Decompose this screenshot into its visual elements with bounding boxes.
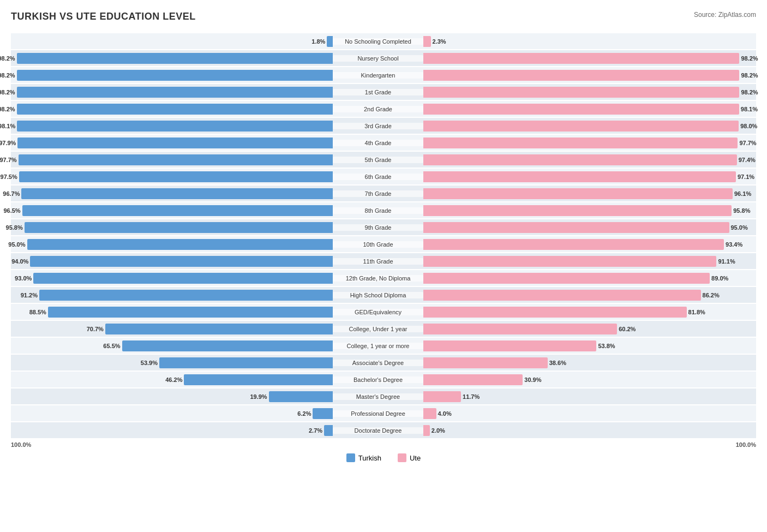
- source-label: Source: ZipAtlas.com: [694, 11, 756, 19]
- chart-title: TURKISH VS UTE EDUCATION LEVEL: [11, 11, 196, 22]
- pink-bar: [423, 138, 738, 148]
- blue-bar: [48, 307, 333, 318]
- table-row: 65.5%College, 1 year or more53.8%: [11, 338, 756, 354]
- blue-bar: [159, 357, 333, 368]
- right-half: 98.2%: [423, 50, 745, 66]
- left-value-label: 1.8%: [311, 38, 325, 45]
- right-half: 98.2%: [423, 84, 745, 100]
- left-value-label: 70.7%: [87, 326, 104, 332]
- center-label: Kindergarten: [333, 72, 423, 79]
- pink-bar: [423, 104, 739, 115]
- chart-container: TURKISH VS UTE EDUCATION LEVEL Source: Z…: [11, 11, 756, 462]
- center-label: GED/Equivalency: [333, 309, 423, 315]
- right-half: 89.0%: [423, 270, 745, 286]
- turkish-color-box: [346, 453, 355, 462]
- right-half: 98.2%: [423, 67, 745, 83]
- right-half: 97.7%: [423, 135, 745, 151]
- left-half: 65.5%: [11, 338, 333, 354]
- table-row: 98.2%1st Grade98.2%: [11, 84, 756, 100]
- right-value-label: 2.0%: [432, 427, 445, 434]
- left-half: 98.2%: [11, 50, 333, 66]
- left-value-label: 98.1%: [0, 123, 15, 129]
- blue-bar: [313, 408, 333, 419]
- left-value-label: 98.2%: [0, 55, 15, 62]
- table-row: 94.0%11th Grade91.1%: [11, 253, 756, 269]
- pink-bar: [423, 222, 729, 233]
- left-half: 98.2%: [11, 67, 333, 83]
- right-value-label: 98.2%: [741, 55, 758, 62]
- center-label: 5th Grade: [333, 157, 423, 163]
- right-half: 11.7%: [423, 388, 745, 404]
- pink-bar: [423, 340, 596, 351]
- right-value-label: 4.0%: [438, 410, 452, 417]
- left-half: 96.7%: [11, 186, 333, 201]
- pink-bar: [423, 53, 739, 64]
- right-half: 97.4%: [423, 152, 745, 168]
- legend-turkish: Turkish: [346, 453, 381, 462]
- table-row: 70.7%College, Under 1 year60.2%: [11, 321, 756, 337]
- right-value-label: 97.1%: [738, 174, 754, 180]
- legend: Turkish Ute: [11, 453, 756, 462]
- left-half: 94.0%: [11, 253, 333, 269]
- left-half: 98.2%: [11, 84, 333, 100]
- left-half: 46.2%: [11, 372, 333, 387]
- right-half: 81.8%: [423, 304, 745, 320]
- right-half: 60.2%: [423, 321, 745, 337]
- left-half: 97.9%: [11, 135, 333, 151]
- left-value-label: 2.7%: [309, 427, 322, 434]
- right-value-label: 97.4%: [739, 157, 756, 163]
- center-label: College, Under 1 year: [333, 326, 423, 332]
- table-row: 97.5%6th Grade97.1%: [11, 169, 756, 184]
- left-value-label: 46.2%: [165, 376, 182, 383]
- pink-bar: [423, 408, 436, 419]
- right-value-label: 95.0%: [731, 224, 748, 231]
- pink-bar: [423, 324, 617, 334]
- center-label: Master's Degree: [333, 393, 423, 400]
- right-value-label: 96.1%: [734, 190, 751, 197]
- axis-right-label: 100.0%: [736, 441, 756, 448]
- right-value-label: 91.1%: [718, 258, 735, 265]
- left-value-label: 93.0%: [15, 275, 32, 282]
- pink-bar: [423, 171, 736, 182]
- right-value-label: 86.2%: [703, 292, 720, 298]
- table-row: 88.5%GED/Equivalency81.8%: [11, 304, 756, 320]
- right-value-label: 53.8%: [598, 343, 615, 349]
- right-value-label: 98.2%: [741, 89, 758, 95]
- pink-bar: [423, 205, 732, 216]
- table-row: 2.7%Doctorate Degree2.0%: [11, 422, 756, 438]
- left-value-label: 88.5%: [29, 309, 46, 315]
- left-half: 6.2%: [11, 405, 333, 421]
- table-row: 98.1%3rd Grade98.0%: [11, 118, 756, 134]
- blue-bar: [33, 273, 333, 284]
- legend-ute: Ute: [398, 453, 421, 462]
- right-half: 30.9%: [423, 372, 745, 387]
- center-label: 6th Grade: [333, 174, 423, 180]
- left-value-label: 19.9%: [250, 393, 267, 400]
- center-label: 11th Grade: [333, 258, 423, 265]
- blue-bar: [184, 374, 333, 385]
- blue-bar: [39, 290, 333, 301]
- table-row: 19.9%Master's Degree11.7%: [11, 388, 756, 404]
- right-half: 98.1%: [423, 101, 745, 117]
- blue-bar: [17, 138, 333, 148]
- chart-area: 1.8%No Schooling Completed2.3%98.2%Nurse…: [11, 33, 756, 438]
- right-half: 2.3%: [423, 33, 745, 49]
- blue-bar: [17, 121, 333, 131]
- right-value-label: 60.2%: [619, 326, 636, 332]
- left-half: 2.7%: [11, 422, 333, 438]
- left-value-label: 91.2%: [21, 292, 38, 298]
- right-value-label: 30.9%: [524, 376, 541, 383]
- center-label: College, 1 year or more: [333, 343, 423, 349]
- table-row: 96.5%8th Grade95.8%: [11, 202, 756, 218]
- left-half: 96.5%: [11, 202, 333, 218]
- left-value-label: 97.5%: [1, 174, 17, 180]
- table-row: 95.0%10th Grade93.4%: [11, 236, 756, 252]
- left-value-label: 98.2%: [0, 72, 15, 79]
- right-half: 97.1%: [423, 169, 745, 184]
- table-row: 98.2%2nd Grade98.1%: [11, 101, 756, 117]
- ute-label: Ute: [410, 454, 421, 462]
- center-label: Nursery School: [333, 55, 423, 62]
- blue-bar: [324, 425, 333, 436]
- right-value-label: 11.7%: [463, 393, 480, 400]
- left-value-label: 98.2%: [0, 89, 15, 95]
